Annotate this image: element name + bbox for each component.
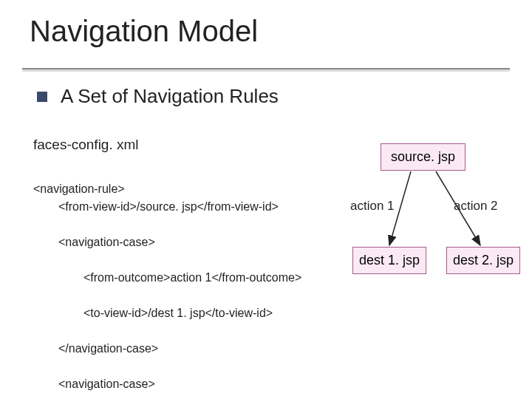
- code-line: <from-outcome>action 1</from-outcome>: [33, 269, 301, 287]
- code-line: </navigation-case>: [33, 340, 301, 358]
- diagram-node-dest2: dest 2. jsp: [446, 247, 520, 274]
- subtitle-text: A Set of Navigation Rules: [61, 85, 279, 108]
- code-line: <to-view-id>/dest 1. jsp</to-view-id>: [33, 304, 301, 322]
- code-line: <navigation-rule>: [33, 183, 125, 195]
- slide-title: Navigation Model: [30, 15, 258, 48]
- slide: Navigation Model A Set of Navigation Rul…: [0, 0, 532, 399]
- diagram-edge-label-action1: action 1: [350, 199, 395, 214]
- code-line: <navigation-case>: [33, 375, 301, 393]
- code-line: <navigation-case>: [33, 233, 301, 251]
- diagram-node-dest1: dest 1. jsp: [352, 247, 426, 274]
- bullet-icon: [37, 92, 47, 102]
- subtitle-row: A Set of Navigation Rules: [37, 85, 279, 108]
- filename-label: faces-config. xml: [33, 137, 139, 153]
- diagram-node-source: source. jsp: [381, 143, 466, 171]
- xml-code-block: <navigation-rule> <from-view-id>/source.…: [33, 163, 301, 399]
- title-rule-shadow: [22, 69, 510, 72]
- diagram-edge-label-action2: action 2: [454, 199, 498, 214]
- code-line: <from-view-id>/source. jsp</from-view-id…: [33, 198, 301, 216]
